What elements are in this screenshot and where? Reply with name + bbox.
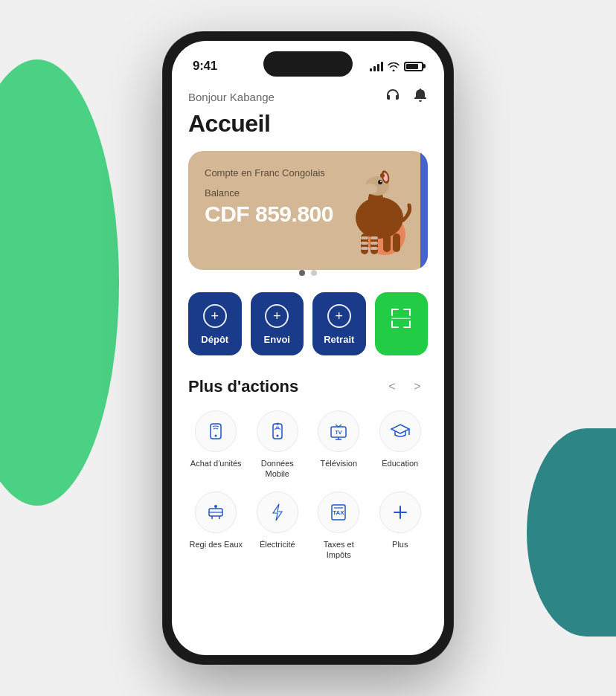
service-grid: Achat d'unités Données Mobile [188, 410, 428, 560]
regi-eaux-icon [195, 492, 237, 533]
scan-button[interactable] [375, 292, 429, 355]
account-card[interactable]: Compte en Franc Congolais Balance CDF 85… [188, 151, 428, 270]
svg-text:TAX: TAX [333, 509, 345, 516]
svg-rect-15 [361, 247, 368, 250]
service-taxes-impots[interactable]: TAX Taxes et Impôts [311, 492, 367, 561]
svg-rect-18 [370, 247, 378, 250]
wifi-icon [388, 62, 400, 71]
service-plus[interactable]: Plus [373, 492, 429, 561]
bell-icon[interactable] [413, 87, 428, 107]
svg-rect-11 [383, 233, 391, 252]
svg-rect-27 [391, 318, 411, 320]
depot-label: Dépôt [201, 334, 228, 345]
plus-icon [379, 492, 421, 533]
retrait-icon: + [327, 304, 351, 328]
donnees-mobile-label: Données Mobile [250, 458, 306, 480]
card-dot-2 [311, 270, 317, 276]
app-header: Bonjour Kabange [188, 87, 428, 107]
svg-rect-20 [391, 309, 393, 316]
header-icons [385, 87, 428, 107]
television-icon: TV [318, 410, 359, 452]
svg-point-5 [380, 181, 382, 182]
depot-icon: + [203, 304, 227, 328]
service-regi-eaux[interactable]: Regi des Eaux [188, 492, 244, 561]
section-title: Plus d'actions [188, 377, 298, 396]
dynamic-island [263, 51, 353, 77]
card-pagination-dots [188, 270, 428, 276]
bg-green-decoration [0, 59, 119, 506]
greeting-text: Bonjour Kabange [188, 91, 275, 103]
service-achat-unites[interactable]: Achat d'unités [188, 410, 244, 480]
svg-point-32 [276, 423, 278, 425]
envoi-button[interactable]: + Envoi [251, 292, 304, 355]
envoi-label: Envoi [264, 334, 290, 345]
retrait-label: Retrait [324, 334, 354, 345]
taxes-impots-icon: TAX [318, 492, 359, 533]
svg-point-3 [362, 184, 377, 194]
svg-rect-22 [409, 309, 411, 316]
section-prev-button[interactable]: < [382, 376, 402, 397]
card-container: Compte en Franc Congolais Balance CDF 85… [188, 151, 428, 276]
svg-point-29 [215, 435, 217, 437]
achat-unites-label: Achat d'unités [190, 458, 242, 468]
regi-eaux-label: Regi des Eaux [189, 539, 243, 550]
taxes-impots-label: Taxes et Impôts [311, 539, 367, 561]
card-peek [420, 151, 428, 270]
svg-marker-37 [391, 425, 409, 434]
envoi-icon: + [265, 304, 289, 328]
electricite-label: Électricité [260, 539, 295, 550]
signal-icon [370, 61, 383, 71]
plus-label: Plus [392, 539, 408, 550]
status-time: 9:41 [193, 59, 217, 74]
phone-frame: 9:41 [163, 32, 453, 664]
svg-point-4 [378, 180, 382, 184]
service-education[interactable]: Éducation [373, 410, 429, 480]
phone-screen: 9:41 [172, 41, 444, 655]
education-icon [379, 410, 421, 452]
svg-rect-14 [361, 242, 368, 245]
retrait-button[interactable]: + Retrait [312, 292, 366, 355]
svg-rect-26 [409, 320, 411, 328]
svg-rect-24 [391, 320, 393, 328]
headphone-icon[interactable] [385, 88, 401, 106]
svg-marker-45 [273, 504, 282, 521]
svg-rect-17 [370, 242, 378, 245]
status-icons [370, 61, 423, 71]
card-dot-1 [299, 270, 305, 276]
service-donnees-mobile[interactable]: Données Mobile [250, 410, 306, 480]
education-label: Éducation [382, 458, 418, 468]
section-next-button[interactable]: > [407, 376, 428, 397]
svg-rect-13 [361, 236, 368, 239]
action-buttons-row: + Dépôt + Envoi + Retrait [188, 292, 428, 355]
achat-unites-icon [195, 410, 237, 452]
section-header: Plus d'actions < > [188, 376, 428, 397]
service-television[interactable]: TV Télévision [311, 410, 367, 480]
svg-rect-12 [393, 233, 400, 252]
television-label: Télévision [320, 458, 357, 468]
bg-teal-decoration [527, 428, 616, 637]
svg-rect-16 [370, 236, 378, 239]
page-title: Accueil [188, 110, 428, 138]
svg-point-43 [214, 505, 217, 508]
scan-icon [387, 304, 415, 332]
svg-point-8 [380, 173, 385, 178]
svg-point-31 [276, 435, 278, 437]
section-nav: < > [382, 376, 428, 397]
battery-icon [404, 62, 423, 71]
service-electricite[interactable]: Électricité [250, 492, 306, 561]
svg-text:TV: TV [336, 430, 342, 435]
donnees-mobile-icon [257, 410, 298, 452]
electricite-icon [257, 492, 298, 533]
depot-button[interactable]: + Dépôt [188, 292, 242, 355]
app-content: Bonjour Kabange Accu [172, 84, 444, 655]
card-animal-illustration [324, 162, 420, 259]
